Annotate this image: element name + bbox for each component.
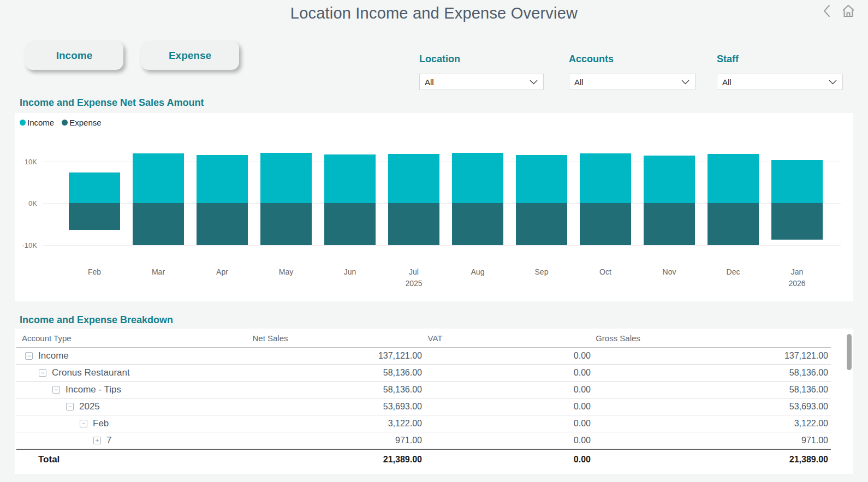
row-label: Feb — [93, 418, 109, 429]
collapse-icon[interactable]: − — [80, 420, 87, 427]
accounts-dropdown-value: All — [574, 78, 584, 87]
location-dropdown[interactable]: All — [419, 74, 544, 90]
bar-expense-segment[interactable] — [260, 203, 312, 245]
vat-value: 0.00 — [574, 385, 591, 395]
vat-value: 0.00 — [574, 419, 591, 429]
x-axis-month-label: Oct — [574, 267, 638, 276]
net-sales-value: 3,122.00 — [388, 419, 422, 429]
table-row[interactable]: −Income - Tips58,136.000.0058,136.00 — [16, 382, 831, 398]
collapse-icon[interactable]: − — [39, 369, 46, 377]
income-button[interactable]: Income — [25, 41, 123, 70]
total-net-sales-value: 21,389.00 — [383, 455, 422, 465]
gross-sales-value: 53,693.00 — [789, 402, 828, 412]
table-row[interactable]: −Cronus Restaurant58,136.000.0058,136.00 — [16, 365, 831, 382]
gross-sales-value: 3,122.00 — [794, 419, 828, 429]
staff-dropdown[interactable]: All — [717, 74, 843, 90]
collapse-icon[interactable]: − — [52, 386, 60, 394]
row-label: Income - Tips — [66, 384, 121, 395]
column-header-gross-sales[interactable]: Gross Sales — [596, 334, 640, 343]
scrollbar-thumb[interactable] — [847, 334, 852, 370]
bar-income-segment[interactable] — [324, 154, 376, 203]
collapse-icon[interactable]: − — [66, 403, 74, 410]
bar-income-segment[interactable] — [516, 155, 567, 203]
chart-section-heading: Income and Expense Net Sales Amount — [20, 97, 204, 109]
chart-legend: IncomeExpense — [20, 118, 102, 127]
gross-sales-value: 971.00 — [801, 436, 828, 445]
column-header-account-type[interactable]: Account Type — [22, 334, 72, 343]
legend-label: Expense — [69, 118, 101, 127]
filter-staff: Staff All — [717, 53, 843, 90]
bar-income-segment[interactable] — [133, 153, 184, 203]
row-label: Income — [38, 350, 69, 361]
x-axis-month-label: May — [254, 267, 318, 276]
home-icon[interactable] — [841, 3, 856, 19]
x-axis-month-label: Feb — [63, 267, 127, 276]
bar-income-segment[interactable] — [260, 153, 312, 203]
bar-expense-segment[interactable] — [644, 203, 695, 245]
collapse-icon[interactable]: − — [25, 352, 33, 360]
column-header-net-sales[interactable]: Net Sales — [252, 334, 288, 343]
legend-label: Income — [27, 118, 54, 127]
bar-expense-segment[interactable] — [69, 203, 120, 230]
staff-dropdown-value: All — [722, 78, 732, 87]
bar-expense-segment[interactable] — [771, 203, 823, 240]
chevron-down-icon — [829, 77, 837, 87]
bar-income-segment[interactable] — [708, 154, 759, 203]
filter-accounts: Accounts All — [569, 53, 695, 90]
y-axis-tick-label: 0K — [15, 199, 37, 207]
bar-expense-segment[interactable] — [516, 203, 567, 245]
bar-expense-segment[interactable] — [452, 203, 503, 245]
table-row[interactable]: −Income137,121.000.00137,121.00 — [16, 348, 831, 365]
x-axis-month-label: Sep — [510, 267, 574, 276]
net-sales-value: 58,136.00 — [383, 368, 422, 378]
bar-income-segment[interactable] — [452, 153, 503, 203]
table-section-heading: Income and Expense Breakdown — [20, 314, 173, 326]
bar-income-segment[interactable] — [580, 153, 631, 203]
expand-icon[interactable]: + — [93, 437, 101, 444]
table-row[interactable]: −Feb3,122.000.003,122.00 — [16, 415, 831, 432]
bar-income-segment[interactable] — [644, 156, 695, 203]
net-sales-value: 53,693.00 — [383, 402, 422, 412]
y-axis-tick-label: -10K — [15, 241, 37, 249]
net-sales-value: 58,136.00 — [383, 385, 422, 395]
filter-location-label: Location — [419, 53, 544, 65]
x-axis-month-label: Jan — [765, 267, 829, 276]
vat-value: 0.00 — [574, 351, 591, 361]
table-row[interactable]: −202553,693.000.0053,693.00 — [16, 398, 831, 415]
net-sales-value: 137,121.00 — [378, 351, 422, 361]
table-header-row: Account TypeNet SalesVATGross Sales — [16, 329, 831, 348]
expense-button[interactable]: Expense — [141, 41, 239, 70]
bar-expense-segment[interactable] — [197, 203, 248, 245]
gross-sales-value: 58,136.00 — [789, 385, 828, 395]
back-chevron-icon[interactable] — [822, 4, 831, 18]
legend-item[interactable]: Income — [20, 118, 54, 127]
column-header-vat[interactable]: VAT — [428, 334, 443, 343]
row-label: 2025 — [79, 401, 100, 412]
table-row[interactable]: +7971.000.00971.00 — [16, 432, 831, 449]
chevron-down-icon — [530, 77, 538, 87]
location-dropdown-value: All — [425, 78, 434, 87]
bar-income-segment[interactable] — [197, 155, 248, 203]
bar-income-segment[interactable] — [388, 154, 439, 203]
legend-dot-icon — [20, 120, 26, 126]
bar-expense-segment[interactable] — [324, 203, 376, 245]
table-total-row: Total21,389.000.0021,389.00 — [16, 449, 831, 469]
x-axis-year-label: 2025 — [382, 279, 446, 288]
accounts-dropdown[interactable]: All — [569, 74, 695, 90]
gross-sales-value: 58,136.00 — [789, 368, 828, 378]
total-vat-value: 0.00 — [574, 455, 591, 465]
bar-expense-segment[interactable] — [388, 203, 439, 245]
income-expense-chart: IncomeExpense 10K0K-10KFebMarAprMayJunJu… — [15, 113, 853, 301]
bar-expense-segment[interactable] — [580, 203, 631, 245]
bar-income-segment[interactable] — [771, 160, 823, 203]
x-axis-year-label: 2026 — [765, 279, 829, 288]
x-axis-month-label: Jul — [382, 267, 446, 276]
bar-expense-segment[interactable] — [708, 203, 759, 245]
nav-icons — [822, 3, 856, 19]
bar-expense-segment[interactable] — [133, 203, 184, 245]
bar-income-segment[interactable] — [69, 172, 120, 203]
vat-value: 0.00 — [574, 368, 591, 378]
legend-item[interactable]: Expense — [62, 118, 101, 127]
filter-location: Location All — [419, 53, 544, 90]
x-axis-month-label: Apr — [191, 267, 254, 276]
